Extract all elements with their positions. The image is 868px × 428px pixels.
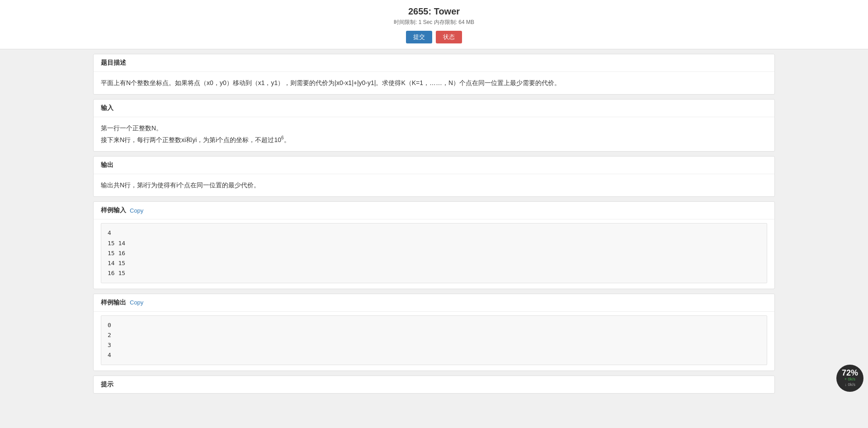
input-line1: 第一行一个正整数N。 (101, 123, 767, 134)
badge-stats: + 0k/s ↓ 0k/s (844, 377, 855, 387)
main-content: 题目描述 平面上有N个整数坐标点。如果将点（x0，y0）移动到（x1，y1），则… (86, 49, 782, 403)
input-line2: 接下来N行，每行两个正整数xi和yi，为第i个点的坐标，不超过106。 (101, 134, 767, 146)
description-title: 题目描述 (101, 59, 126, 67)
badge-down: ↓ 0k/s (844, 382, 855, 388)
hint-header: 提示 (94, 376, 774, 393)
input-header: 输入 (94, 100, 774, 117)
description-section: 题目描述 平面上有N个整数坐标点。如果将点（x0，y0）移动到（x1，y1），则… (93, 54, 775, 95)
page-title: 2655: Tower (0, 6, 868, 17)
limits-text: 时间限制: 1 Sec 内存限制: 64 MB (0, 19, 868, 26)
input-section: 输入 第一行一个正整数N。 接下来N行，每行两个正整数xi和yi，为第i个点的坐… (93, 99, 775, 152)
sample-input-title: 样例输入 (101, 206, 126, 214)
sample-input-copy[interactable]: Copy (130, 207, 143, 214)
sample-output-title: 样例输出 (101, 299, 126, 307)
output-content: 输出共N行，第i行为使得有i个点在同一位置的最少代价。 (101, 181, 260, 189)
input-title: 输入 (101, 104, 113, 112)
header: 2655: Tower 时间限制: 1 Sec 内存限制: 64 MB 提交 状… (0, 0, 868, 49)
sample-input-header: 样例输入 Copy (94, 202, 774, 219)
badge-percent: 72% (842, 369, 858, 377)
submit-button[interactable]: 提交 (406, 31, 432, 43)
description-body: 平面上有N个整数坐标点。如果将点（x0，y0）移动到（x1，y1），则需要的代价… (94, 72, 774, 94)
action-buttons: 提交 状态 (406, 31, 462, 43)
sample-output-section: 样例输出 Copy 0234 (93, 294, 775, 371)
output-section: 输出 输出共N行，第i行为使得有i个点在同一位置的最少代价。 (93, 156, 775, 197)
description-header: 题目描述 (94, 54, 774, 72)
output-title: 输出 (101, 161, 113, 169)
hint-section: 提示 (93, 376, 775, 394)
output-body: 输出共N行，第i行为使得有i个点在同一位置的最少代价。 (94, 174, 774, 196)
network-badge: 72% + 0k/s ↓ 0k/s (836, 365, 863, 392)
sample-output-code: 0234 (101, 315, 767, 365)
hint-title: 提示 (101, 380, 113, 388)
sample-output-header: 样例输出 Copy (94, 294, 774, 312)
description-content: 平面上有N个整数坐标点。如果将点（x0，y0）移动到（x1，y1），则需要的代价… (101, 79, 561, 86)
status-button[interactable]: 状态 (436, 31, 462, 43)
input-body: 第一行一个正整数N。 接下来N行，每行两个正整数xi和yi，为第i个点的坐标，不… (94, 117, 774, 151)
sample-input-section: 样例输入 Copy 415 1415 1614 1516 15 (93, 201, 775, 289)
sample-output-copy[interactable]: Copy (130, 299, 143, 306)
sample-input-code: 415 1415 1614 1516 15 (101, 223, 767, 283)
output-header: 输出 (94, 157, 774, 174)
badge-up: + 0k/s (844, 377, 855, 382)
